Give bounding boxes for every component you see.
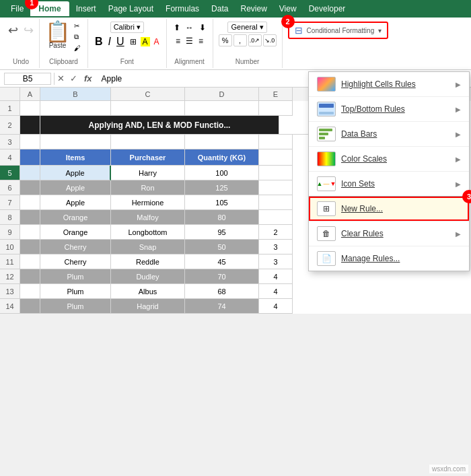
icon-sets-item[interactable]: ▲—▼ Icon Sets ▶ bbox=[309, 171, 469, 197]
cell-D8[interactable]: 80 bbox=[185, 210, 259, 225]
cell-D9[interactable]: 95 bbox=[185, 225, 259, 240]
format-painter-button[interactable]: 🖌 bbox=[73, 44, 82, 53]
copy-button[interactable]: ⧉ bbox=[73, 32, 82, 42]
clear-rules-item[interactable]: 🗑 Clear Rules ▶ bbox=[309, 221, 469, 246]
align-middle-button[interactable]: ↔ bbox=[184, 22, 195, 34]
row-header-1[interactable]: 1 bbox=[0, 101, 20, 116]
cell-B6[interactable]: Apple bbox=[40, 180, 111, 195]
cell-B4[interactable]: Items bbox=[40, 149, 111, 166]
border-button[interactable]: ⊞ bbox=[129, 36, 138, 48]
cell-B10[interactable]: Cherry bbox=[40, 240, 111, 254]
col-header-C[interactable]: C bbox=[111, 88, 185, 101]
row-header-14[interactable]: 14 bbox=[0, 299, 20, 314]
comma-button[interactable]: , bbox=[233, 34, 247, 46]
cell-C9[interactable]: Longbottom bbox=[111, 225, 185, 240]
menu-home[interactable]: Home 1 bbox=[30, 1, 69, 16]
cell-C13[interactable]: Albus bbox=[111, 284, 185, 299]
cell-A10[interactable] bbox=[20, 240, 40, 254]
cell-C7[interactable]: Hermione bbox=[111, 195, 185, 210]
cell-E14[interactable]: 4 bbox=[259, 299, 293, 314]
manage-rules-item[interactable]: 📄 Manage Rules... bbox=[309, 246, 469, 271]
new-rule-item[interactable]: ⊞ New Rule... 3 bbox=[309, 197, 469, 221]
cell-B8[interactable]: Orange bbox=[40, 210, 111, 225]
cell-C10[interactable]: Snap bbox=[111, 240, 185, 254]
col-header-B[interactable]: B bbox=[40, 88, 111, 101]
cell-A5[interactable] bbox=[20, 166, 40, 180]
cell-C14[interactable]: Hagrid bbox=[111, 299, 185, 314]
align-left-button[interactable]: ≡ bbox=[174, 35, 182, 47]
col-header-D[interactable]: D bbox=[185, 88, 259, 101]
cell-B2[interactable]: Applying AND, LEN & MOD Functio... bbox=[40, 116, 279, 135]
cell-A8[interactable] bbox=[20, 210, 40, 225]
cell-D4[interactable]: Quantity (KG) bbox=[185, 149, 259, 166]
cell-B5[interactable]: Apple bbox=[40, 166, 111, 180]
conditional-formatting-button[interactable]: ⊟ Conditional Formatting ▾ 2 bbox=[288, 22, 389, 39]
menu-insert[interactable]: Insert bbox=[71, 2, 102, 15]
cell-A7[interactable] bbox=[20, 195, 40, 210]
col-header-E[interactable]: E bbox=[259, 88, 293, 101]
menu-pagelayout[interactable]: Page Layout bbox=[103, 2, 159, 15]
italic-button[interactable]: I bbox=[107, 34, 112, 49]
cell-E3[interactable] bbox=[259, 135, 293, 149]
cell-E5[interactable] bbox=[259, 166, 293, 180]
cell-B11[interactable]: Cherry bbox=[40, 254, 111, 269]
cell-A2[interactable] bbox=[20, 116, 40, 135]
cell-D14[interactable]: 74 bbox=[185, 299, 259, 314]
topbottom-rules-item[interactable]: Top/Bottom Rules ▶ bbox=[309, 96, 469, 121]
row-header-9[interactable]: 9 bbox=[0, 225, 20, 240]
cell-D5[interactable]: 100 bbox=[185, 166, 259, 180]
font-color-button[interactable]: A bbox=[153, 36, 161, 48]
cell-A3[interactable] bbox=[20, 135, 40, 149]
cell-E1[interactable] bbox=[259, 101, 293, 116]
cell-A9[interactable] bbox=[20, 225, 40, 240]
row-header-12[interactable]: 12 bbox=[0, 269, 20, 284]
align-top-button[interactable]: ⬆ bbox=[172, 22, 182, 34]
align-bottom-button[interactable]: ⬇ bbox=[198, 22, 207, 34]
cell-C5[interactable]: Harry bbox=[111, 166, 185, 180]
cell-E11[interactable]: 3 bbox=[259, 254, 293, 269]
row-header-7[interactable]: 7 bbox=[0, 195, 20, 210]
fill-color-button[interactable]: A bbox=[141, 37, 150, 46]
menu-formulas[interactable]: Formulas bbox=[160, 2, 205, 15]
redo-button[interactable]: ↪ bbox=[22, 22, 35, 39]
cell-D10[interactable]: 50 bbox=[185, 240, 259, 254]
cell-E12[interactable]: 4 bbox=[259, 269, 293, 284]
cell-C4[interactable]: Purchaser bbox=[111, 149, 185, 166]
menu-review[interactable]: Review bbox=[235, 2, 272, 15]
row-header-10[interactable]: 10 bbox=[0, 240, 20, 254]
row-header-3[interactable]: 3 bbox=[0, 135, 20, 149]
cell-C12[interactable]: Dudley bbox=[111, 269, 185, 284]
menu-data[interactable]: Data bbox=[206, 2, 233, 15]
cell-E8[interactable] bbox=[259, 210, 293, 225]
cell-reference-box[interactable]: B5 bbox=[4, 73, 51, 85]
row-header-13[interactable]: 13 bbox=[0, 284, 20, 299]
cell-A6[interactable] bbox=[20, 180, 40, 195]
cell-C6[interactable]: Ron bbox=[111, 180, 185, 195]
row-header-2[interactable]: 2 bbox=[0, 116, 20, 135]
cell-B14[interactable]: Plum bbox=[40, 299, 111, 314]
cell-C1[interactable] bbox=[111, 101, 185, 116]
cell-E7[interactable] bbox=[259, 195, 293, 210]
row-header-5[interactable]: 5 bbox=[0, 166, 20, 180]
cell-B9[interactable]: Orange bbox=[40, 225, 111, 240]
row-header-11[interactable]: 11 bbox=[0, 254, 20, 269]
bold-button[interactable]: B bbox=[94, 34, 104, 49]
percent-button[interactable]: % bbox=[219, 34, 232, 46]
cut-button[interactable]: ✂ bbox=[73, 22, 82, 30]
col-header-A[interactable]: A bbox=[20, 88, 40, 101]
cell-A1[interactable] bbox=[20, 101, 40, 116]
cell-B1[interactable] bbox=[40, 101, 111, 116]
row-header-4[interactable]: 4 bbox=[0, 149, 20, 166]
undo-button[interactable]: ↩ bbox=[7, 22, 20, 39]
cell-A14[interactable] bbox=[20, 299, 40, 314]
cell-D6[interactable]: 125 bbox=[185, 180, 259, 195]
cell-D12[interactable]: 70 bbox=[185, 269, 259, 284]
cell-D11[interactable]: 45 bbox=[185, 254, 259, 269]
cell-D3[interactable] bbox=[185, 135, 259, 149]
cell-E4[interactable] bbox=[259, 149, 293, 166]
data-bars-item[interactable]: Data Bars ▶ bbox=[309, 121, 469, 146]
cell-C11[interactable]: Reddle bbox=[111, 254, 185, 269]
confirm-formula-button[interactable]: ✓ bbox=[70, 73, 77, 83]
increase-decimal-button[interactable]: .0↗ bbox=[248, 34, 262, 46]
row-header-6[interactable]: 6 bbox=[0, 180, 20, 195]
